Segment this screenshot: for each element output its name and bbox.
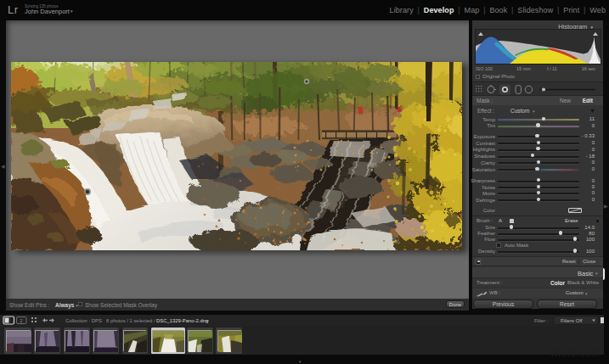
svg-text:8 photos / 1 selected /: 8 photos / 1 selected /: [106, 318, 155, 323]
svg-text:Collection : DPS: Collection : DPS: [65, 318, 102, 323]
svg-text:DSC_1329-Pano-2.dng: DSC_1329-Pano-2.dng: [156, 318, 208, 323]
svg-text:Filters Off: Filters Off: [561, 318, 583, 323]
svg-text:Filter :: Filter :: [534, 318, 549, 323]
svg-text:2: 2: [20, 318, 23, 323]
